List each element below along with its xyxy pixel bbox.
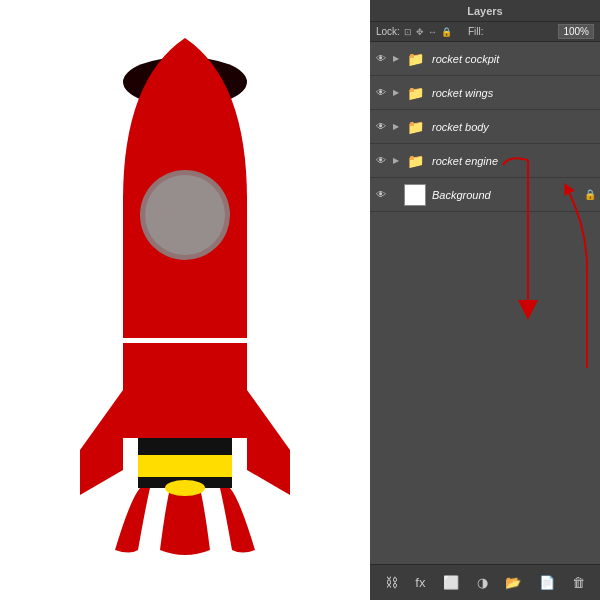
layer-thumb-wings: 📁 bbox=[404, 82, 426, 104]
link-layers-button[interactable]: ⛓ bbox=[381, 573, 402, 592]
svg-marker-11 bbox=[518, 300, 538, 320]
rocket-illustration bbox=[30, 20, 340, 584]
fill-value: 100% bbox=[558, 24, 594, 39]
layers-bottom-toolbar: ⛓ fx ⬜ ◑ 📂 📄 🗑 bbox=[370, 564, 600, 600]
layer-thumb-body: 📁 bbox=[404, 116, 426, 138]
layers-title-text: Layers bbox=[467, 5, 502, 17]
visibility-icon-background[interactable]: 👁 bbox=[374, 188, 388, 202]
expand-icon-engine[interactable]: ▶ bbox=[391, 156, 401, 166]
layer-name-body: rocket body bbox=[432, 121, 596, 133]
expand-icon-cockpit[interactable]: ▶ bbox=[391, 54, 401, 64]
lock-fill-row: Lock: ⊡ ✥ ↔ 🔒 Fill: 100% bbox=[370, 22, 600, 42]
lock-pixel-icon: ✥ bbox=[416, 27, 424, 37]
svg-rect-5 bbox=[123, 343, 247, 438]
svg-rect-7 bbox=[138, 455, 232, 477]
svg-point-3 bbox=[145, 175, 225, 255]
folder-icon-wings: 📁 bbox=[407, 85, 424, 101]
new-group-button[interactable]: 📂 bbox=[501, 573, 525, 592]
layer-thumb-cockpit: 📁 bbox=[404, 48, 426, 70]
lock-icon-background: 🔒 bbox=[584, 189, 596, 200]
folder-icon-engine: 📁 bbox=[407, 153, 424, 169]
layer-thumb-background bbox=[404, 184, 426, 206]
expand-icon-body[interactable]: ▶ bbox=[391, 122, 401, 132]
mask-button[interactable]: ⬜ bbox=[439, 573, 463, 592]
visibility-icon-body[interactable]: 👁 bbox=[374, 120, 388, 134]
layer-thumb-engine: 📁 bbox=[404, 150, 426, 172]
visibility-icon-wings[interactable]: 👁 bbox=[374, 86, 388, 100]
fill-label: Fill: bbox=[468, 26, 484, 37]
delete-layer-button[interactable]: 🗑 bbox=[568, 573, 589, 592]
visibility-icon-cockpit[interactable]: 👁 bbox=[374, 52, 388, 66]
layer-name-engine: rocket engine bbox=[432, 155, 596, 167]
layers-list: 👁 ▶ 📁 rocket cockpit 👁 ▶ 📁 rocket wings … bbox=[370, 42, 600, 212]
layer-row-rocket-cockpit[interactable]: 👁 ▶ 📁 rocket cockpit bbox=[370, 42, 600, 76]
visibility-icon-engine[interactable]: 👁 bbox=[374, 154, 388, 168]
lock-all-icon: 🔒 bbox=[441, 27, 452, 37]
layer-row-rocket-engine[interactable]: 👁 ▶ 📁 rocket engine bbox=[370, 144, 600, 178]
layer-name-wings: rocket wings bbox=[432, 87, 596, 99]
canvas-area bbox=[0, 0, 370, 600]
svg-point-9 bbox=[165, 480, 205, 496]
lock-label: Lock: bbox=[376, 26, 400, 37]
lock-position-icon: ⊡ bbox=[404, 27, 412, 37]
fx-button[interactable]: fx bbox=[411, 573, 429, 592]
svg-rect-4 bbox=[118, 338, 252, 343]
layers-panel-title: Layers bbox=[370, 0, 600, 22]
folder-icon-cockpit: 📁 bbox=[407, 51, 424, 67]
adjustment-button[interactable]: ◑ bbox=[473, 573, 492, 592]
layers-panel: Layers Lock: ⊡ ✥ ↔ 🔒 Fill: 100% 👁 ▶ 📁 ro… bbox=[370, 0, 600, 600]
layer-row-background[interactable]: 👁 Background 🔒 bbox=[370, 178, 600, 212]
layer-row-rocket-body[interactable]: 👁 ▶ 📁 rocket body bbox=[370, 110, 600, 144]
layer-name-background: Background bbox=[432, 189, 581, 201]
expand-placeholder-background bbox=[391, 190, 401, 200]
lock-artboard-icon: ↔ bbox=[428, 27, 437, 37]
expand-icon-wings[interactable]: ▶ bbox=[391, 88, 401, 98]
layer-name-cockpit: rocket cockpit bbox=[432, 53, 596, 65]
folder-icon-body: 📁 bbox=[407, 119, 424, 135]
new-layer-button[interactable]: 📄 bbox=[535, 573, 559, 592]
layer-row-rocket-wings[interactable]: 👁 ▶ 📁 rocket wings bbox=[370, 76, 600, 110]
